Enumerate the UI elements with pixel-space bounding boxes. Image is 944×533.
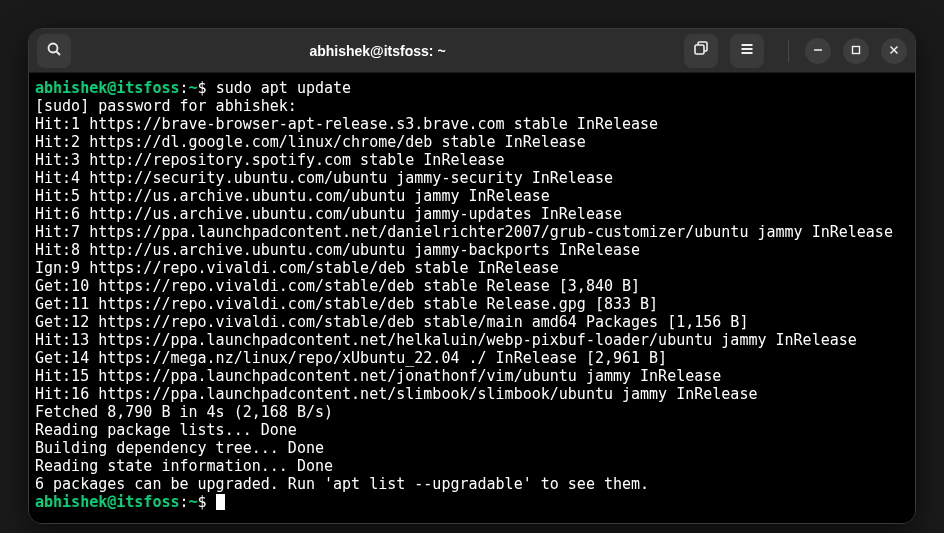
svg-rect-7 [853,47,860,54]
output-line: Hit:6 http://us.archive.ubuntu.com/ubunt… [35,205,909,223]
hamburger-icon [739,41,755,60]
command-text: sudo apt update [216,79,351,97]
output-line: Hit:5 http://us.archive.ubuntu.com/ubunt… [35,187,909,205]
prompt-path: ~ [189,493,198,511]
new-tab-icon [693,41,709,60]
output-line: Ign:9 https://repo.vivaldi.com/stable/de… [35,259,909,277]
prompt-colon: : [180,79,189,97]
prompt-user-host: abhishek@itsfoss [35,493,180,511]
svg-line-1 [57,52,61,56]
output-line: Get:11 https://repo.vivaldi.com/stable/d… [35,295,909,313]
titlebar: abhishek@itsfoss: ~ [29,29,915,73]
output-line: Reading package lists... Done [35,421,909,439]
new-tab-button[interactable] [684,34,718,68]
output-line: Hit:2 https://dl.google.com/linux/chrome… [35,133,909,151]
output-line: Building dependency tree... Done [35,439,909,457]
output-line: Hit:1 https://brave-browser-apt-release.… [35,115,909,133]
search-button[interactable] [37,34,71,68]
window-title: abhishek@itsfoss: ~ [71,43,684,59]
output-line: Hit:7 https://ppa.launchpadcontent.net/d… [35,223,909,241]
output-line: Reading state information... Done [35,457,909,475]
prompt-line: abhishek@itsfoss:~$ sudo apt update [35,79,909,97]
prompt-symbol: $ [198,79,207,97]
output-line: Get:10 https://repo.vivaldi.com/stable/d… [35,277,909,295]
output-line: Hit:15 https://ppa.launchpadcontent.net/… [35,367,909,385]
svg-point-0 [49,44,58,53]
output-line: Hit:16 https://ppa.launchpadcontent.net/… [35,385,909,403]
output-line: Hit:8 http://us.archive.ubuntu.com/ubunt… [35,241,909,259]
prompt-colon: : [180,493,189,511]
maximize-icon [851,43,861,58]
terminal-body[interactable]: abhishek@itsfoss:~$ sudo apt update [sud… [29,73,915,523]
output-line: [sudo] password for abhishek: [35,97,909,115]
output-line: Get:12 https://repo.vivaldi.com/stable/d… [35,313,909,331]
prompt-line-idle: abhishek@itsfoss:~$ [35,493,909,511]
search-icon [46,41,62,60]
output-line: Hit:3 http://repository.spotify.com stab… [35,151,909,169]
cursor [216,494,225,510]
output-line: Fetched 8,790 B in 4s (2,168 B/s) [35,403,909,421]
terminal-window: abhishek@itsfoss: ~ [28,28,916,524]
prompt-user-host: abhishek@itsfoss [35,79,180,97]
separator [788,40,789,62]
minimize-icon [813,43,823,58]
menu-button[interactable] [730,34,764,68]
minimize-button[interactable] [805,38,831,64]
maximize-button[interactable] [843,38,869,64]
prompt-symbol: $ [198,493,207,511]
terminal-output: [sudo] password for abhishek:Hit:1 https… [35,97,909,493]
output-line: Hit:4 http://security.ubuntu.com/ubuntu … [35,169,909,187]
titlebar-left-controls [37,34,71,68]
output-line: Hit:13 https://ppa.launchpadcontent.net/… [35,331,909,349]
output-line: Get:14 https://mega.nz/linux/repo/xUbunt… [35,349,909,367]
titlebar-right-controls [684,34,907,68]
close-button[interactable] [881,38,907,64]
svg-rect-2 [695,45,704,54]
close-icon [889,43,899,58]
output-line: 6 packages can be upgraded. Run 'apt lis… [35,475,909,493]
prompt-path: ~ [189,79,198,97]
